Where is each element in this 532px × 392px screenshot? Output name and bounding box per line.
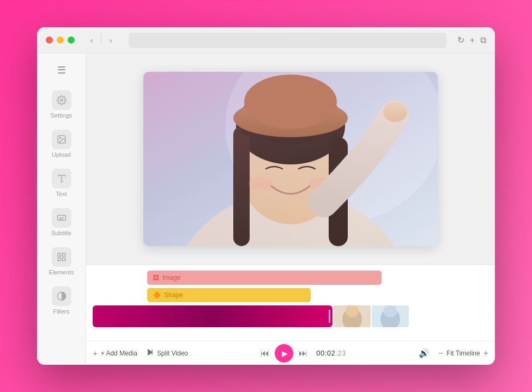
maximize-button[interactable]: [68, 36, 75, 44]
video-thumb-1: [334, 305, 371, 327]
upload-icon: [52, 130, 71, 149]
split-icon: [146, 348, 154, 358]
filters-icon: [52, 286, 71, 306]
zoom-in-button[interactable]: +: [483, 348, 488, 358]
shape-track-icon: 🔶: [153, 291, 161, 299]
sidebar-item-upload[interactable]: Upload: [37, 124, 86, 163]
svg-rect-9: [62, 253, 65, 256]
time-frames: 23: [337, 349, 346, 357]
forward-button[interactable]: ›: [104, 33, 118, 47]
split-video-button[interactable]: Split Video: [146, 348, 188, 358]
svg-rect-26: [143, 72, 438, 246]
nav-buttons: ‹ ›: [84, 33, 118, 47]
settings-label: Settings: [51, 112, 72, 119]
timeline-area: 🖼 Image 🔶 Shape: [86, 265, 495, 341]
skip-back-button[interactable]: ⏮: [261, 348, 269, 358]
subtitle-label: Subtitle: [51, 230, 71, 236]
address-bar[interactable]: [129, 33, 446, 48]
video-thumb-2: [372, 305, 409, 327]
svg-point-0: [60, 99, 63, 102]
video-preview: [143, 72, 438, 246]
image-track[interactable]: 🖼 Image: [147, 271, 382, 285]
add-tab-icon[interactable]: +: [470, 35, 475, 45]
sidebar-item-text[interactable]: Text: [37, 163, 86, 203]
sidebar: ☰ Settings Upload: [37, 53, 86, 365]
sidebar-item-subtitle[interactable]: Subtitle: [37, 203, 86, 242]
browser-window: ‹ › ↻ + ⧉ ☰ Settings: [37, 27, 495, 365]
video-track-row: [93, 305, 488, 327]
split-video-label: Split Video: [157, 350, 188, 357]
upload-label: Upload: [52, 151, 71, 158]
photo-person: [143, 72, 438, 246]
refresh-icon[interactable]: ↻: [457, 35, 464, 45]
title-bar: ‹ › ↻ + ⧉: [37, 27, 495, 53]
svg-rect-10: [62, 258, 65, 261]
image-track-row: 🖼 Image: [93, 271, 488, 285]
svg-rect-11: [58, 258, 61, 261]
elements-icon: [52, 247, 71, 267]
canvas-area: 🖼 Image 🔶 Shape: [86, 53, 495, 365]
menu-icon[interactable]: ☰: [37, 60, 86, 85]
time-display: 00:02:23: [316, 349, 346, 357]
image-track-label: Image: [162, 274, 180, 281]
play-button[interactable]: ▶: [275, 344, 293, 363]
fit-timeline-label: Fit Timeline: [446, 350, 480, 357]
settings-icon: [52, 90, 71, 110]
filters-label: Filters: [53, 308, 70, 315]
text-label: Text: [56, 191, 66, 197]
back-button[interactable]: ‹: [84, 33, 99, 47]
main-content: ☰ Settings Upload: [37, 53, 495, 365]
timeline-tracks: 🖼 Image 🔶 Shape: [93, 271, 488, 341]
traffic-lights: [46, 36, 75, 44]
preview-area: [86, 53, 495, 265]
sidebar-item-elements[interactable]: Elements: [37, 242, 86, 281]
shape-track-row: 🔶 Shape: [93, 288, 488, 302]
add-media-button[interactable]: + + Add Media: [93, 348, 137, 358]
time-current: 00:02: [316, 349, 335, 357]
shape-track-label: Shape: [164, 291, 183, 299]
zoom-out-button[interactable]: −: [438, 348, 443, 358]
add-media-icon: +: [93, 348, 98, 358]
play-controls: ⏮ ▶ ⏭: [261, 344, 307, 363]
title-bar-actions: ↻ + ⧉: [457, 35, 486, 45]
image-track-icon: 🖼: [153, 274, 159, 281]
close-button[interactable]: [46, 36, 53, 44]
nav-separator: [101, 33, 101, 43]
video-track-main[interactable]: [93, 305, 332, 327]
shape-track[interactable]: 🔶 Shape: [147, 288, 311, 302]
sidebar-item-filters[interactable]: Filters: [37, 281, 86, 320]
elements-label: Elements: [49, 269, 74, 275]
minimize-button[interactable]: [57, 36, 64, 44]
text-icon: [52, 169, 71, 188]
copy-icon[interactable]: ⧉: [480, 35, 486, 45]
skip-forward-button[interactable]: ⏭: [299, 348, 307, 358]
add-media-label: + Add Media: [101, 350, 137, 357]
sidebar-item-settings[interactable]: Settings: [37, 85, 86, 124]
svg-point-2: [59, 137, 61, 138]
volume-button[interactable]: 🔊: [419, 348, 430, 358]
controls-bar: + + Add Media Split Video ⏮ ▶: [86, 341, 495, 365]
subtitle-icon: [52, 208, 71, 228]
svg-rect-8: [58, 253, 61, 256]
fit-timeline-controls: − Fit Timeline +: [438, 348, 488, 358]
